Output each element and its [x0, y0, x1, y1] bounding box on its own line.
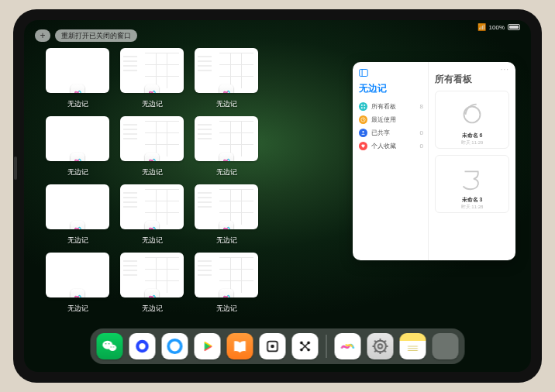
svg-point-8: [464, 106, 481, 122]
grid-icon: [359, 102, 367, 111]
svg-line-32: [374, 341, 376, 342]
nav-item-share[interactable]: 已共享0: [359, 126, 423, 139]
svg-rect-3: [364, 105, 365, 106]
board-label: 未命名 6: [462, 132, 483, 139]
window-tile[interactable]: 无边记: [120, 184, 184, 246]
freeform-app-badge-icon: [71, 221, 84, 229]
svg-line-35: [374, 351, 376, 352]
board-sublabel: 昨天 11:28: [461, 204, 484, 211]
wifi-icon: [477, 23, 486, 31]
window-label: 无边记: [216, 167, 237, 177]
nav-item-grid[interactable]: 所有看板8: [359, 100, 423, 113]
window-label: 无边记: [216, 236, 237, 246]
dock: [91, 328, 465, 364]
dock-books-icon[interactable]: [227, 333, 253, 359]
svg-line-34: [384, 341, 386, 342]
svg-point-19: [271, 345, 274, 349]
nav-item-count: 8: [420, 103, 423, 110]
battery-percent: 100%: [489, 24, 505, 31]
svg-point-13: [111, 346, 112, 347]
freeform-app-badge-icon: [219, 289, 233, 297]
svg-point-17: [168, 340, 181, 353]
nav-item-clock[interactable]: 最近使用: [359, 113, 423, 126]
window-tile[interactable]: 无边记: [120, 48, 184, 110]
svg-rect-5: [364, 107, 365, 108]
window-tile[interactable]: 无边记: [195, 48, 258, 110]
dock-recent-apps-folder[interactable]: [433, 333, 459, 359]
dock-app-dots-icon[interactable]: [292, 333, 319, 359]
battery-icon: [508, 24, 520, 30]
dock-qqbrowser-icon[interactable]: [162, 333, 188, 359]
panel-left: 无边记 所有看板8最近使用已共享0个人收藏0: [353, 62, 429, 260]
window-tile[interactable]: 无边记: [46, 116, 109, 178]
window-tile[interactable]: 无边记: [195, 253, 258, 315]
window-label: 无边记: [216, 304, 237, 314]
window-label: 无边记: [142, 167, 163, 177]
heart-icon: [359, 142, 367, 150]
window-thumbnail: [120, 116, 184, 161]
new-window-button[interactable]: +: [35, 29, 50, 42]
dock-wechat-icon[interactable]: [97, 333, 123, 359]
window-label: 无边记: [67, 304, 88, 314]
window-label: 无边记: [67, 167, 88, 177]
reopen-closed-window-button[interactable]: 重新打开已关闭的窗口: [55, 29, 137, 42]
svg-point-27: [378, 344, 383, 349]
svg-point-26: [374, 341, 386, 352]
freeform-sidebar-panel: ··· 无边记 所有看板8最近使用已共享0个人收藏0 所有看板 未命名 6昨天 …: [353, 62, 515, 260]
dock-freeform-icon[interactable]: [335, 333, 361, 359]
status-bar: 100%: [477, 23, 520, 31]
svg-point-14: [113, 346, 114, 347]
window-thumbnail: [195, 116, 258, 161]
board-canvas: [449, 159, 495, 196]
window-thumbnail: [46, 48, 109, 93]
svg-point-11: [105, 343, 107, 345]
share-icon: [359, 129, 367, 137]
window-tile[interactable]: 无边记: [46, 184, 109, 246]
nav-item-count: 0: [420, 143, 423, 150]
freeform-app-badge-icon: [71, 289, 84, 297]
dock-separator: [326, 335, 327, 358]
board-label: 未命名 3: [462, 196, 483, 204]
window-tile[interactable]: 无边记: [46, 48, 109, 110]
panel-left-title: 无边记: [359, 82, 423, 95]
dock-quark-icon[interactable]: [129, 333, 156, 359]
nav-item-label: 最近使用: [371, 115, 396, 124]
ipad-frame: 100% + 重新打开已关闭的窗口 无边记无边记无边记无边记无边记无边记无边记无…: [13, 9, 542, 383]
window-label: 无边记: [67, 99, 88, 109]
freeform-app-badge-icon: [145, 84, 159, 93]
panel-right-title: 所有看板: [435, 73, 509, 86]
dock-notes-icon[interactable]: [400, 333, 426, 359]
window-tile[interactable]: 无边记: [195, 184, 258, 246]
clock-icon: [359, 115, 367, 124]
window-thumbnail: [195, 253, 258, 297]
dock-app-generic-icon[interactable]: [260, 333, 286, 359]
window-label: 无边记: [67, 236, 88, 246]
board-tile[interactable]: 未命名 3昨天 11:28: [435, 155, 509, 213]
window-thumbnail: [195, 184, 258, 229]
board-sublabel: 昨天 11:29: [461, 139, 484, 146]
window-label: 无边记: [216, 99, 237, 109]
panel-more-button[interactable]: ···: [501, 65, 509, 74]
dock-iqiyi-icon[interactable]: [195, 333, 221, 359]
window-tile[interactable]: 无边记: [120, 116, 184, 178]
freeform-app-badge-icon: [219, 153, 233, 161]
freeform-app-badge-icon: [71, 153, 84, 161]
screen: 100% + 重新打开已关闭的窗口 无边记无边记无边记无边记无边记无边记无边记无…: [24, 20, 531, 372]
freeform-app-badge-icon: [219, 84, 233, 93]
window-tile[interactable]: 无边记: [46, 253, 109, 315]
svg-point-10: [109, 345, 116, 351]
freeform-app-badge-icon: [145, 153, 159, 161]
sidebar-icon: [359, 68, 368, 77]
freeform-app-badge-icon: [145, 221, 159, 229]
window-thumbnail: [120, 184, 184, 229]
svg-point-16: [139, 343, 145, 349]
board-tile[interactable]: 未命名 6昨天 11:29: [435, 91, 509, 149]
app-expose-grid: 无边记无边记无边记无边记无边记无边记无边记无边记无边记无边记无边记无边记: [46, 48, 348, 327]
window-tile[interactable]: 无边记: [120, 253, 184, 315]
window-thumbnail: [46, 253, 109, 297]
window-label: 无边记: [142, 236, 163, 246]
svg-point-12: [109, 343, 110, 345]
nav-item-heart[interactable]: 个人收藏0: [359, 139, 423, 153]
window-tile[interactable]: 无边记: [195, 116, 258, 178]
dock-settings-icon[interactable]: [367, 333, 394, 359]
